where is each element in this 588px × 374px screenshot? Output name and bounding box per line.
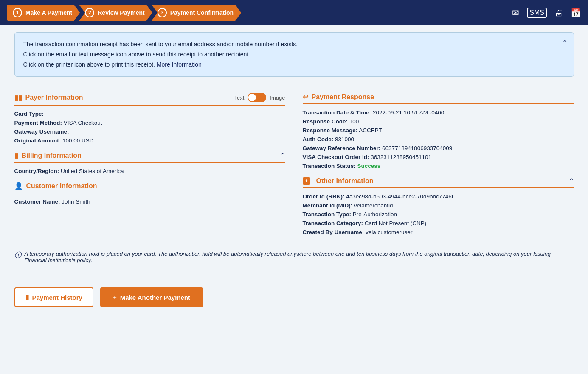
bottom-buttons: ▮ Payment History + Make Another Payment bbox=[14, 281, 574, 310]
field-response-message: Response Message: ACCEPT bbox=[303, 127, 574, 134]
payment-history-icon: ▮ bbox=[25, 293, 29, 301]
field-country: Country/Region: United States of America bbox=[14, 168, 285, 174]
field-transaction-datetime-label: Transaction Date & Time: bbox=[303, 109, 371, 116]
disclaimer: ⓘ A temporary authorization hold is plac… bbox=[14, 246, 574, 268]
info-icon: ⓘ bbox=[14, 251, 21, 260]
sms-icon[interactable]: SMS bbox=[527, 8, 547, 18]
field-auth-code-label: Auth Code: bbox=[303, 136, 334, 142]
field-gateway-username: Gateway Username: bbox=[14, 128, 285, 135]
info-line-2: Click on the email or text message icon … bbox=[23, 50, 557, 60]
main-content: ⌃ The transaction confirmation receipt h… bbox=[8, 25, 581, 317]
field-customer-name-label: Customer Name: bbox=[14, 198, 60, 205]
payer-info-fields: Card Type: Payment Method: VISA Checkout… bbox=[14, 111, 285, 144]
payment-response-header: ↩ Payment Response bbox=[303, 93, 574, 104]
step-3-label: Payment Confirmation bbox=[170, 9, 234, 16]
field-transaction-status-value: Success bbox=[357, 163, 381, 169]
field-order-id-rrn: Order Id (RRN): 4a3ec98d-b603-4944-bce2-… bbox=[303, 193, 574, 200]
field-transaction-category: Transaction Category: Card Not Present (… bbox=[303, 220, 574, 226]
right-column: ↩ Payment Response Transaction Date & Ti… bbox=[294, 85, 574, 238]
step-2-number: 2 bbox=[85, 8, 94, 17]
more-info-link[interactable]: More Information bbox=[157, 61, 202, 68]
field-response-code-label: Response Code: bbox=[303, 118, 348, 125]
billing-info-title: ▮ Billing Information bbox=[14, 151, 82, 159]
step-2-label: Review Payment bbox=[98, 9, 145, 16]
field-transaction-category-label: Transaction Category: bbox=[303, 220, 363, 226]
step-3-number: 3 bbox=[158, 8, 167, 17]
field-customer-name: Customer Name: John Smith bbox=[14, 198, 285, 205]
field-transaction-datetime: Transaction Date & Time: 2022-09-21 10:5… bbox=[303, 109, 574, 116]
info-line-1: The transaction confirmation receipt has… bbox=[23, 39, 557, 50]
other-info-title: + Other Information bbox=[303, 177, 374, 185]
field-auth-code-value: 831000 bbox=[335, 136, 354, 142]
header: 1 Make A Payment 2 Review Payment 3 Paym… bbox=[0, 0, 588, 25]
field-created-by-username: Created By Username: vela.customeruser bbox=[303, 229, 574, 235]
disclaimer-text: A temporary authorization hold is placed… bbox=[25, 251, 574, 263]
two-column-layout: ▮▮ Payer Information Text Image Card Typ… bbox=[14, 85, 574, 238]
info-box-collapse-button[interactable]: ⌃ bbox=[562, 37, 568, 48]
email-icon[interactable]: ✉ bbox=[512, 8, 519, 18]
field-gateway-ref-label: Gateway Reference Number: bbox=[303, 145, 381, 151]
field-transaction-type-value: Pre-Authorization bbox=[353, 211, 397, 218]
billing-collapse-button[interactable]: ⌃ bbox=[280, 151, 285, 159]
other-info-collapse-button[interactable]: ⌃ bbox=[568, 177, 574, 185]
customer-info-title: 👤 Customer Information bbox=[14, 182, 97, 190]
make-another-payment-button[interactable]: + Make Another Payment bbox=[100, 287, 203, 307]
field-original-amount-label: Original Amount: bbox=[14, 137, 61, 144]
header-icons: ✉ SMS 🖨 📅 bbox=[512, 8, 581, 18]
customer-info-header: 👤 Customer Information bbox=[14, 182, 285, 193]
field-response-message-value: ACCEPT bbox=[359, 127, 382, 134]
field-transaction-status: Transaction Status: Success bbox=[303, 163, 574, 169]
print-icon[interactable]: 🖨 bbox=[554, 8, 563, 18]
plus-box-icon: + bbox=[303, 177, 310, 185]
plus-icon: + bbox=[113, 294, 117, 301]
step-3[interactable]: 3 Payment Confirmation bbox=[152, 5, 241, 21]
field-card-type: Card Type: bbox=[14, 111, 285, 117]
billing-info-fields: Country/Region: United States of America bbox=[14, 168, 285, 174]
field-response-code: Response Code: 100 bbox=[303, 118, 574, 125]
view-toggle: Text Image bbox=[234, 93, 285, 102]
reply-icon: ↩ bbox=[303, 93, 308, 101]
text-image-toggle[interactable] bbox=[248, 93, 266, 102]
info-box: ⌃ The transaction confirmation receipt h… bbox=[14, 32, 574, 77]
field-gateway-username-label: Gateway Username: bbox=[14, 128, 69, 135]
field-transaction-category-value: Card Not Present (CNP) bbox=[365, 220, 427, 226]
toggle-slider bbox=[248, 93, 266, 102]
customer-info-fields: Customer Name: John Smith bbox=[14, 198, 285, 205]
step-2[interactable]: 2 Review Payment bbox=[79, 5, 152, 21]
toggle-image-label: Image bbox=[270, 95, 285, 101]
payer-info-header: ▮▮ Payer Information Text Image bbox=[14, 93, 285, 106]
field-gateway-ref: Gateway Reference Number: 66377189418069… bbox=[303, 145, 574, 151]
field-auth-code: Auth Code: 831000 bbox=[303, 136, 574, 142]
field-payment-method-value: VISA Checkout bbox=[64, 120, 102, 126]
other-info-header: + Other Information ⌃ bbox=[303, 177, 574, 188]
field-response-message-label: Response Message: bbox=[303, 127, 358, 134]
field-order-id-rrn-value: 4a3ec98d-b603-4944-bce2-70d9bbc7746f bbox=[346, 193, 453, 200]
field-created-by-username-label: Created By Username: bbox=[303, 229, 364, 235]
step-1[interactable]: 1 Make A Payment bbox=[7, 5, 80, 21]
toggle-text-label: Text bbox=[234, 95, 245, 101]
field-merchant-id-label: Merchant Id (MID): bbox=[303, 202, 353, 209]
field-visa-order-id-value: 3632311288950451101 bbox=[371, 154, 431, 160]
step-1-number: 1 bbox=[13, 8, 22, 17]
field-transaction-status-label: Transaction Status: bbox=[303, 163, 356, 169]
field-original-amount-value: 100.00 USD bbox=[62, 137, 94, 144]
field-created-by-username-value: vela.customeruser bbox=[366, 229, 412, 235]
divider bbox=[14, 276, 574, 276]
payment-history-button[interactable]: ▮ Payment History bbox=[14, 287, 93, 307]
field-transaction-datetime-value: 2022-09-21 10:51 AM -0400 bbox=[373, 109, 444, 116]
payer-info-title: ▮▮ Payer Information bbox=[14, 94, 83, 102]
field-merchant-id: Merchant Id (MID): velamerchantid bbox=[303, 202, 574, 209]
field-card-type-label: Card Type: bbox=[14, 111, 44, 117]
field-visa-order-id-label: VISA Checkout Order Id: bbox=[303, 154, 369, 160]
field-country-label: Country/Region: bbox=[14, 168, 59, 174]
building-icon: ▮ bbox=[14, 151, 18, 159]
field-visa-order-id: VISA Checkout Order Id: 3632311288950451… bbox=[303, 154, 574, 160]
step-1-label: Make A Payment bbox=[25, 9, 72, 16]
left-column: ▮▮ Payer Information Text Image Card Typ… bbox=[14, 85, 294, 238]
field-payment-method-label: Payment Method: bbox=[14, 120, 62, 126]
payment-history-label: Payment History bbox=[32, 294, 82, 301]
info-line-3-text: Click on the printer icon above to print… bbox=[23, 61, 157, 68]
payment-response-fields: Transaction Date & Time: 2022-09-21 10:5… bbox=[303, 109, 574, 169]
stepper: 1 Make A Payment 2 Review Payment 3 Paym… bbox=[7, 5, 241, 21]
calendar-icon[interactable]: 📅 bbox=[571, 8, 581, 18]
